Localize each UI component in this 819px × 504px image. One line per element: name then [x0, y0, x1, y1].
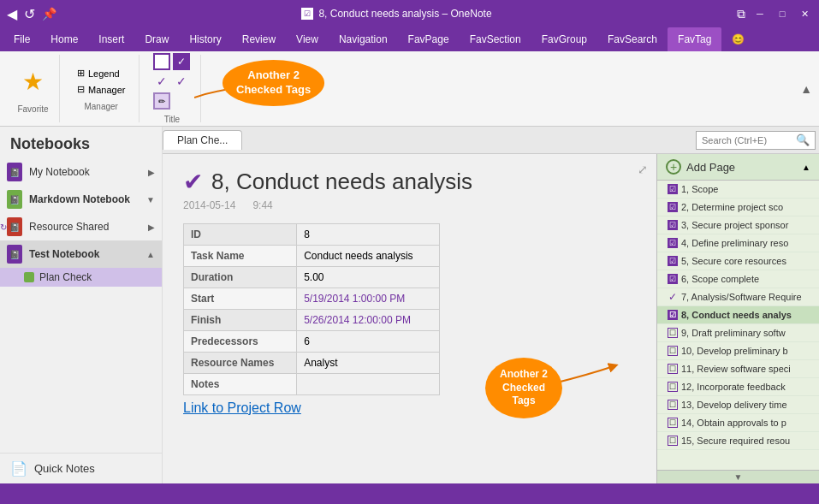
resource-shared-label: Resource Shared — [29, 221, 141, 233]
sidebar-item-my-notebook[interactable]: 📓 My Notebook ▶ — [0, 158, 162, 186]
list-item[interactable]: ☐ 15, Secure required resou — [657, 432, 819, 450]
tab-plan-check[interactable]: Plan Che... — [163, 130, 242, 150]
list-item-active[interactable]: ☑ 8, Conduct needs analys — [657, 306, 819, 324]
expand-icon[interactable]: ⤢ — [638, 163, 648, 176]
manager-button[interactable]: ⊟ Manager — [74, 82, 128, 97]
list-item[interactable]: ☐ 13, Develop delivery time — [657, 396, 819, 414]
sidebar-item-markdown-notebook[interactable]: 📓 Markdown Notebook ▼ — [0, 186, 162, 213]
table-val-notes — [297, 374, 440, 395]
manager-group-label: Manager — [84, 102, 117, 111]
menu-view[interactable]: View — [286, 27, 329, 51]
favorite-button[interactable]: ★ — [17, 64, 49, 99]
table-row: Predecessors 6 — [184, 331, 440, 353]
note-content: ⤢ ✔ 8, Conduct needs analysis 2014-05-14… — [163, 154, 656, 483]
table-key-start: Start — [184, 288, 297, 310]
onenote-pin-icon[interactable]: 📌 — [42, 7, 56, 21]
list-item[interactable]: ☐ 12, Incorporate feedback — [657, 378, 819, 396]
status-bar — [0, 483, 819, 504]
list-item[interactable]: ☐ 11, Review software speci — [657, 360, 819, 378]
list-item[interactable]: ☑ 6, Scope complete — [657, 270, 819, 288]
notebook-icon-red: 📓 — [7, 217, 22, 236]
list-item[interactable]: ☑ 3, Secure project sponsor — [657, 216, 819, 234]
quick-notes-item[interactable]: 📄 Quick Notes — [0, 453, 162, 483]
list-item[interactable]: ☑ 5, Secure core resources — [657, 252, 819, 270]
menu-insert[interactable]: Insert — [88, 27, 134, 51]
expand-arrow-3: ▶ — [148, 222, 155, 232]
table-row: Notes — [184, 374, 440, 395]
table-key-finish: Finish — [184, 310, 297, 331]
search-box[interactable]: 🔍 — [696, 131, 816, 150]
sidebar-item-resource-shared[interactable]: 📓 ↻ Resource Shared ▶ — [0, 213, 162, 240]
table-val-predecessors: 6 — [297, 331, 440, 353]
page-label: 4, Define preliminary reso — [681, 238, 788, 248]
legend-label: Legend — [88, 68, 120, 79]
menu-emoji[interactable]: 😊 — [721, 27, 755, 51]
list-item[interactable]: ☑ 1, Scope — [657, 181, 819, 199]
menu-home[interactable]: Home — [40, 27, 88, 51]
legend-button[interactable]: ⊞ Legend — [74, 66, 123, 80]
add-page-button[interactable]: + — [666, 159, 681, 175]
menu-navigation[interactable]: Navigation — [329, 27, 398, 51]
title-bar: ◀ ↺ 📌 ☑ 8, Conduct needs analysis – OneN… — [0, 0, 819, 27]
onenote-back-icon[interactable]: ◀ — [7, 6, 17, 22]
table-key-id: ID — [184, 224, 297, 246]
list-item[interactable]: ☑ 4, Define preliminary reso — [657, 234, 819, 252]
onenote-forward-icon[interactable]: ↺ — [24, 6, 35, 22]
scroll-up-btn[interactable]: ▲ — [802, 163, 810, 172]
list-item[interactable]: ✓ 7, Analysis/Software Require — [657, 288, 819, 306]
menu-history[interactable]: History — [179, 27, 231, 51]
list-item[interactable]: ☐ 14, Obtain approvals to p — [657, 414, 819, 432]
minimize-button[interactable]: ─ — [752, 6, 768, 21]
checkbox-edit-icon[interactable]: ✏ — [153, 92, 170, 110]
page-check-icon: ☐ — [668, 346, 678, 356]
sidebar-section-plan-check[interactable]: Plan Check — [0, 268, 162, 287]
list-item[interactable]: ☐ 9, Draft preliminary softw — [657, 324, 819, 342]
title-bar-center: ☑ 8, Conduct needs analysis – OneNote — [301, 8, 491, 20]
maximize-button[interactable]: □ — [774, 6, 790, 21]
page-list: ☑ 1, Scope ☑ 2, Determine project sco ☑ … — [657, 181, 819, 470]
table-val-duration: 5.00 — [297, 267, 440, 288]
ribbon: ★ Favorite ⊞ Legend ⊟ Manager Manager ✓ … — [0, 51, 819, 127]
restore-icon[interactable]: ⧉ — [737, 7, 745, 21]
menu-favgroup[interactable]: FavGroup — [531, 27, 597, 51]
page-check-icon: ☐ — [668, 382, 678, 392]
checkbox-checked-1[interactable]: ✓ — [173, 53, 190, 70]
checkmark-1[interactable]: ✓ — [153, 73, 170, 90]
title-group-label: Title — [164, 115, 181, 124]
menu-file[interactable]: File — [3, 27, 40, 51]
tab-search-bar: Plan Che... 🔍 — [163, 127, 819, 154]
close-button[interactable]: ✕ — [797, 6, 812, 21]
checkbox-unchecked-1[interactable] — [153, 53, 170, 70]
page-check-icon: ☑ — [668, 220, 678, 230]
page-check-icon: ☑ — [668, 202, 678, 212]
menu-favsearch[interactable]: FavSearch — [597, 27, 668, 51]
section-dot — [24, 272, 34, 282]
quick-notes-label: Quick Notes — [34, 462, 95, 475]
menu-favtag[interactable]: FavTag — [668, 27, 721, 51]
menu-draw[interactable]: Draw — [134, 27, 179, 51]
page-check-icon: ☑ — [668, 256, 678, 266]
sidebar-item-test-notebook[interactable]: 📓 Test Notebook ▲ — [0, 240, 162, 268]
list-item[interactable]: ☑ 2, Determine project sco — [657, 199, 819, 216]
table-row: Finish 5/26/2014 12:00:00 PM — [184, 310, 440, 331]
checkmark-2[interactable]: ✓ — [173, 73, 190, 90]
table-key-duration: Duration — [184, 267, 297, 288]
table-row: Start 5/19/2014 1:00:00 PM — [184, 288, 440, 310]
table-val-start: 5/19/2014 1:00:00 PM — [297, 288, 440, 310]
link-to-project-row[interactable]: Link to Project Row — [183, 400, 301, 415]
page-label: 11, Review software speci — [681, 364, 791, 374]
page-label: 3, Secure project sponsor — [681, 220, 788, 230]
right-panel-scroll-down[interactable]: ▼ — [657, 470, 819, 483]
page-check-icon: ☐ — [668, 436, 678, 446]
list-item[interactable]: ☐ 10, Develop preliminary b — [657, 342, 819, 360]
search-input[interactable] — [702, 135, 796, 145]
ribbon-scroll-right[interactable]: ▲ — [800, 55, 812, 122]
notebook-icon-test: 📓 — [7, 245, 22, 264]
table-row: Resource Names Analyst — [184, 353, 440, 374]
checkbox-grid: ✓ ✓ ✓ ✏ — [153, 53, 190, 110]
menu-review[interactable]: Review — [232, 27, 286, 51]
menu-favsection[interactable]: FavSection — [460, 27, 531, 51]
menu-favpage[interactable]: FavPage — [398, 27, 460, 51]
note-date: 2014-05-14 — [183, 199, 235, 211]
search-icon[interactable]: 🔍 — [796, 133, 810, 146]
